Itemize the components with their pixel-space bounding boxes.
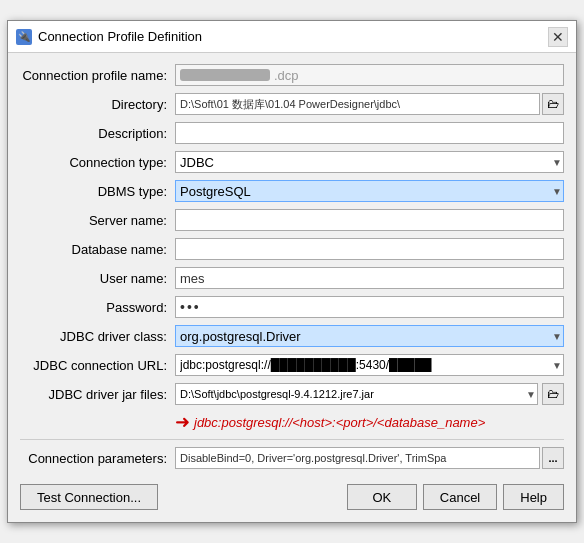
label-connection-parameters: Connection parameters: bbox=[20, 451, 175, 466]
field-password bbox=[175, 296, 564, 318]
field-database-name bbox=[175, 238, 564, 260]
field-dbms-type: PostgreSQL MySQL Oracle SQL Server ▼ bbox=[175, 180, 564, 202]
field-server-name bbox=[175, 209, 564, 231]
select-jdbc-connection-url[interactable]: jdbc:postgresql://██████████:5430/█████ bbox=[175, 354, 564, 376]
browse-directory-button[interactable]: 🗁 bbox=[542, 93, 564, 115]
label-connection-type: Connection type: bbox=[20, 155, 175, 170]
row-server-name: Server name: bbox=[20, 208, 564, 232]
arrow-icon: ➜ bbox=[175, 411, 190, 433]
label-connection-profile-name: Connection profile name: bbox=[20, 68, 175, 83]
row-jdbc-driver-class: JDBC driver class: org.postgresql.Driver… bbox=[20, 324, 564, 348]
input-connection-parameters[interactable] bbox=[175, 447, 540, 469]
row-database-name: Database name: bbox=[20, 237, 564, 261]
label-directory: Directory: bbox=[20, 97, 175, 112]
select-jdbc-driver-jar[interactable]: D:\Soft\jdbc\postgresql-9.4.1212.jre7.ja… bbox=[175, 383, 538, 405]
title-bar-left: 🔌 Connection Profile Definition bbox=[16, 29, 202, 45]
label-password: Password: bbox=[20, 300, 175, 315]
dialog-title: Connection Profile Definition bbox=[38, 29, 202, 44]
select-wrapper-dbms-type: PostgreSQL MySQL Oracle SQL Server ▼ bbox=[175, 180, 564, 202]
field-directory: 🗁 bbox=[175, 93, 564, 115]
label-server-name: Server name: bbox=[20, 213, 175, 228]
browse-jar-button[interactable]: 🗁 bbox=[542, 383, 564, 405]
dialog-connection-profile: 🔌 Connection Profile Definition ✕ Connec… bbox=[7, 20, 577, 523]
select-wrapper-connection-type: JDBC ODBC OLE DB ▼ bbox=[175, 151, 564, 173]
label-jdbc-driver-class: JDBC driver class: bbox=[20, 329, 175, 344]
select-wrapper-driver-class: org.postgresql.Driver ▼ bbox=[175, 325, 564, 347]
row-password: Password: bbox=[20, 295, 564, 319]
separator bbox=[20, 439, 564, 440]
row-directory: Directory: 🗁 bbox=[20, 92, 564, 116]
row-jdbc-connection-url: JDBC connection URL: jdbc:postgresql://█… bbox=[20, 353, 564, 377]
input-server-name[interactable] bbox=[175, 209, 564, 231]
close-button[interactable]: ✕ bbox=[548, 27, 568, 47]
field-connection-profile-name: .dcp bbox=[175, 64, 564, 86]
row-description: Description: bbox=[20, 121, 564, 145]
field-jdbc-driver-jar: D:\Soft\jdbc\postgresql-9.4.1212.jre7.ja… bbox=[175, 383, 564, 405]
field-jdbc-connection-url: jdbc:postgresql://██████████:5430/█████ … bbox=[175, 354, 564, 376]
label-database-name: Database name: bbox=[20, 242, 175, 257]
ok-button[interactable]: OK bbox=[347, 484, 417, 510]
select-wrapper-jdbc-url: jdbc:postgresql://██████████:5430/█████ … bbox=[175, 354, 564, 376]
dialog-buttons: OK Cancel Help bbox=[347, 484, 564, 510]
row-connection-profile-name: Connection profile name: .dcp bbox=[20, 63, 564, 87]
label-description: Description: bbox=[20, 126, 175, 141]
row-jdbc-driver-jar: JDBC driver jar files: D:\Soft\jdbc\post… bbox=[20, 382, 564, 406]
select-connection-type[interactable]: JDBC ODBC OLE DB bbox=[175, 151, 564, 173]
field-connection-type: JDBC ODBC OLE DB ▼ bbox=[175, 151, 564, 173]
button-row: Test Connection... OK Cancel Help bbox=[20, 478, 564, 512]
row-user-name: User name: bbox=[20, 266, 564, 290]
row-dbms-type: DBMS type: PostgreSQL MySQL Oracle SQL S… bbox=[20, 179, 564, 203]
test-connection-button[interactable]: Test Connection... bbox=[20, 484, 158, 510]
label-user-name: User name: bbox=[20, 271, 175, 286]
input-connection-profile-name[interactable]: .dcp bbox=[175, 64, 564, 86]
field-jdbc-driver-class: org.postgresql.Driver ▼ bbox=[175, 325, 564, 347]
input-password[interactable] bbox=[175, 296, 564, 318]
label-jdbc-connection-url: JDBC connection URL: bbox=[20, 358, 175, 373]
input-directory[interactable] bbox=[175, 93, 540, 115]
select-dbms-type[interactable]: PostgreSQL MySQL Oracle SQL Server bbox=[175, 180, 564, 202]
input-description[interactable] bbox=[175, 122, 564, 144]
field-description bbox=[175, 122, 564, 144]
ellipsis-button[interactable]: ... bbox=[542, 447, 564, 469]
field-user-name bbox=[175, 267, 564, 289]
row-connection-parameters: Connection parameters: ... bbox=[20, 446, 564, 470]
title-bar: 🔌 Connection Profile Definition ✕ bbox=[8, 21, 576, 53]
url-hint-row: ➜ jdbc:postgresql://<host>:<port>/<datab… bbox=[175, 411, 564, 433]
row-connection-type: Connection type: JDBC ODBC OLE DB ▼ bbox=[20, 150, 564, 174]
cancel-button[interactable]: Cancel bbox=[423, 484, 497, 510]
input-database-name[interactable] bbox=[175, 238, 564, 260]
help-button[interactable]: Help bbox=[503, 484, 564, 510]
select-wrapper-driver-jar: D:\Soft\jdbc\postgresql-9.4.1212.jre7.ja… bbox=[175, 383, 538, 405]
dialog-icon: 🔌 bbox=[16, 29, 32, 45]
label-dbms-type: DBMS type: bbox=[20, 184, 175, 199]
label-jdbc-driver-jar: JDBC driver jar files: bbox=[20, 387, 175, 402]
field-connection-parameters: ... bbox=[175, 447, 564, 469]
url-hint-text: jdbc:postgresql://<host>:<port>/<databas… bbox=[194, 415, 485, 430]
dialog-content: Connection profile name: .dcp Directory:… bbox=[8, 53, 576, 522]
select-jdbc-driver-class[interactable]: org.postgresql.Driver bbox=[175, 325, 564, 347]
input-user-name[interactable] bbox=[175, 267, 564, 289]
